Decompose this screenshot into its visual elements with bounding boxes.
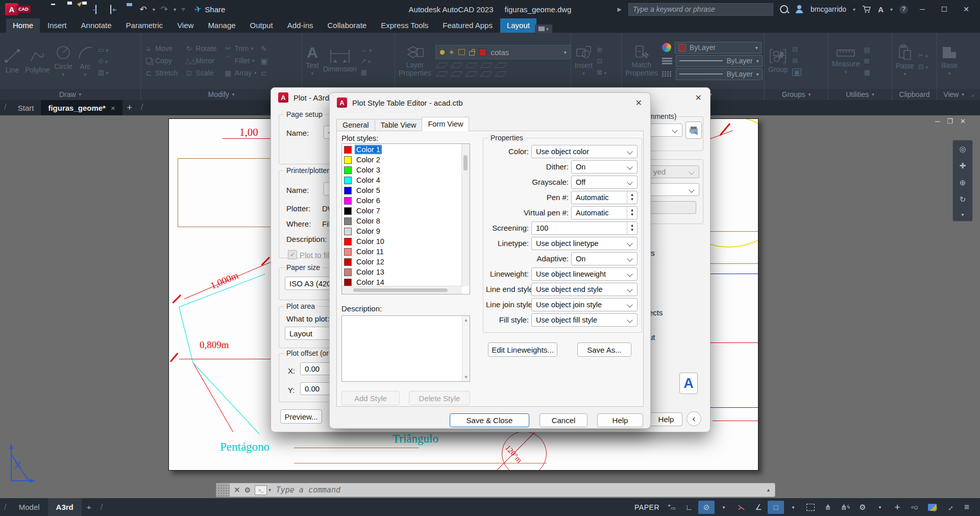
property-spinner[interactable]: Automatic▲▼ bbox=[571, 191, 638, 204]
command-recent-icon[interactable]: ▾ bbox=[268, 487, 271, 493]
linetype-select[interactable]: ByLayer ▾ bbox=[676, 68, 763, 80]
create-block-icon[interactable]: ⊞ bbox=[597, 46, 606, 53]
layer-on-icon[interactable] bbox=[440, 50, 445, 55]
layer-thaw-icon[interactable]: ☀ bbox=[449, 49, 455, 56]
property-spinner[interactable]: Automatic▲▼ bbox=[571, 206, 638, 219]
layer-select[interactable]: ☀ cotas ▾ bbox=[435, 45, 571, 59]
search-icon[interactable] bbox=[780, 5, 788, 13]
circle-tool-button[interactable]: Circle ▾ bbox=[54, 44, 72, 77]
add-style-button[interactable]: Add Style bbox=[341, 391, 400, 405]
pen-table-select[interactable] bbox=[649, 124, 682, 137]
fillet-tool-button[interactable]: ⌒Fillet ▾ bbox=[224, 56, 257, 65]
property-select[interactable]: Use object join style bbox=[531, 298, 638, 311]
open-from-mobile-icon[interactable]: ➜ bbox=[110, 5, 111, 14]
description-textarea[interactable]: ▲▼ bbox=[341, 315, 470, 382]
undo-dropdown-icon[interactable]: ▾ bbox=[153, 7, 155, 12]
trim-tool-button[interactable]: ✂Trim ▾ bbox=[224, 44, 257, 53]
gear-dropdown-icon[interactable]: ▾ bbox=[872, 501, 888, 514]
model-tab[interactable]: Model bbox=[11, 498, 48, 516]
navbar-more-icon[interactable]: ▾ bbox=[961, 212, 964, 217]
command-close-icon[interactable]: ✕ bbox=[230, 485, 244, 495]
editor-tab-form-view[interactable]: Form View bbox=[422, 117, 469, 131]
spinner-buttons[interactable]: ▲▼ bbox=[627, 207, 637, 219]
full-navigation-wheel-icon[interactable]: ◎ bbox=[959, 144, 966, 154]
plot-style-item[interactable]: Color 13 bbox=[342, 267, 462, 277]
panel-label-clipboard[interactable]: Clipboard bbox=[892, 89, 937, 100]
plot-style-item[interactable]: Color 6 bbox=[342, 195, 462, 206]
viewport-close-icon[interactable]: ✕ bbox=[960, 117, 966, 125]
property-select[interactable]: Off bbox=[571, 176, 638, 189]
offset-tool-icon[interactable]: ⊂ bbox=[261, 69, 268, 77]
circle-dropdown-icon[interactable]: ▾ bbox=[62, 72, 65, 78]
ribbon-tab-layout[interactable]: Layout bbox=[500, 18, 536, 33]
layer-match-icon[interactable] bbox=[495, 63, 507, 68]
panel-label-utilities[interactable]: Utilities▾ bbox=[828, 89, 892, 100]
layer-unlock2-icon[interactable] bbox=[480, 71, 492, 77]
rectangle-tool-icon[interactable]: ▭ ▾ bbox=[98, 46, 108, 53]
color-wheel-icon[interactable] bbox=[662, 43, 671, 52]
insert-block-button[interactable]: Insert ▾ bbox=[575, 45, 593, 76]
paper-space-label[interactable]: PAPER bbox=[634, 503, 659, 511]
copy-tool-button[interactable]: Copy bbox=[144, 56, 178, 65]
layout-tab-a3rd[interactable]: A3rd bbox=[48, 498, 82, 516]
layer-isolate-icon[interactable] bbox=[450, 63, 462, 68]
property-select[interactable]: Use object linetype bbox=[531, 237, 638, 250]
ribbon-tab-collaborate[interactable]: Collaborate bbox=[321, 18, 373, 33]
property-select[interactable]: Use object color bbox=[531, 145, 638, 158]
select-all-icon[interactable]: ⊠ bbox=[864, 58, 870, 64]
edit-block-icon[interactable]: ⊡ bbox=[597, 58, 606, 64]
selection-cycling-icon[interactable] bbox=[802, 501, 819, 514]
save-as-button[interactable]: Save As... bbox=[577, 342, 631, 357]
table-icon[interactable]: ▦ bbox=[361, 69, 372, 76]
crosshair-icon[interactable]: + bbox=[889, 501, 905, 514]
ribbon-tab-view[interactable]: View bbox=[170, 18, 200, 33]
plot-style-item[interactable]: Color 7 bbox=[342, 206, 462, 216]
ribbon-display-toggle[interactable]: ▾ bbox=[535, 24, 552, 33]
polyline-tool-button[interactable]: Polyline bbox=[25, 47, 50, 74]
object-snap-icon[interactable]: □ bbox=[768, 501, 784, 514]
annotation-visibility-icon[interactable]: ⋔ bbox=[820, 501, 836, 514]
array-tool-button[interactable]: ▦Array ▾ bbox=[224, 69, 257, 77]
block-attributes-icon[interactable]: ⊠ ▾ bbox=[597, 69, 606, 76]
plot-style-item[interactable]: Color 3 bbox=[342, 165, 462, 175]
layer-unlock-icon[interactable] bbox=[469, 51, 475, 56]
ortho-mode-icon[interactable]: ∟ bbox=[681, 501, 697, 514]
quick-select-icon[interactable]: ▤ bbox=[864, 46, 870, 53]
osnap-dropdown-icon[interactable]: ▾ bbox=[785, 501, 801, 514]
redo-icon[interactable]: ↷ bbox=[161, 4, 168, 15]
property-select[interactable]: Use object lineweight bbox=[531, 267, 638, 281]
mirror-tool-button[interactable]: △△Mirror bbox=[185, 56, 216, 65]
ribbon-tab-add-ins[interactable]: Add-ins bbox=[281, 18, 320, 33]
search-input[interactable] bbox=[628, 3, 773, 16]
customization-menu-icon[interactable]: ≡ bbox=[959, 501, 975, 514]
lineweight-icon[interactable] bbox=[662, 58, 672, 64]
zoom-icon[interactable]: ⊕ bbox=[960, 178, 966, 187]
polar-tracking-icon[interactable]: ⊘ bbox=[698, 501, 715, 514]
editor-tab-table-view[interactable]: Table View bbox=[375, 119, 423, 131]
match-properties-button[interactable]: Match Properties bbox=[625, 44, 658, 77]
command-expand-icon[interactable]: ▲ bbox=[762, 487, 775, 493]
layer-freeze-viewport-icon[interactable] bbox=[458, 49, 465, 55]
autodesk-access-icon[interactable]: A bbox=[878, 5, 884, 14]
plot-style-item[interactable]: Color 9 bbox=[342, 226, 462, 236]
help-button[interactable]: Help bbox=[597, 413, 643, 427]
cart-icon[interactable] bbox=[862, 6, 871, 13]
property-select[interactable]: On bbox=[571, 252, 638, 265]
layer-lock-icon[interactable] bbox=[480, 63, 492, 68]
ribbon-tab-home[interactable]: Home bbox=[6, 18, 40, 33]
plot-help-button[interactable]: Help bbox=[650, 412, 682, 426]
access-dropdown-icon[interactable]: ▾ bbox=[890, 7, 893, 12]
measure-button[interactable]: Measure ▾ bbox=[832, 46, 860, 75]
file-tab-start[interactable]: Start bbox=[11, 100, 41, 115]
help-icon[interactable]: ? bbox=[899, 5, 908, 14]
collapse-search-icon[interactable]: ▶ bbox=[618, 6, 622, 13]
styles-vertical-scrollbar[interactable] bbox=[461, 144, 470, 286]
plot-to-file-checkbox[interactable]: ✓ bbox=[288, 250, 297, 259]
property-select[interactable]: On bbox=[571, 160, 638, 174]
annotation-autoscale-icon[interactable]: ⋔ϟ bbox=[837, 501, 853, 514]
property-select[interactable]: Use object fill style bbox=[531, 313, 638, 327]
user-name[interactable]: bmcgarrido bbox=[811, 5, 846, 13]
plot-style-item[interactable]: Color 11 bbox=[342, 247, 462, 257]
viewport-minimize-icon[interactable]: ─ bbox=[935, 117, 940, 125]
layer-unisolate-icon[interactable] bbox=[435, 71, 448, 77]
